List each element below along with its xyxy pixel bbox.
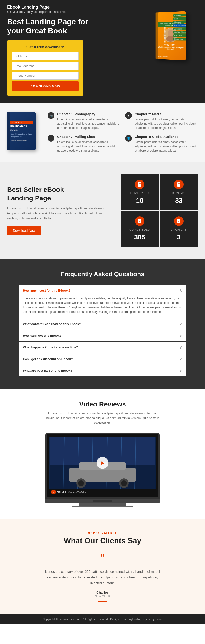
- fb-subtitle: Internet Marketing for Web Entrepreneurs: [10, 133, 33, 138]
- happy-label: HAPPY CLIENTS: [10, 531, 196, 534]
- laptop-wrapper: Professional Steam Car Wash... Watch lat…: [10, 433, 196, 507]
- stat-label-copies: COPIES SOLD: [130, 228, 150, 231]
- testimonial-heading: What Our Clients Say: [10, 536, 196, 545]
- faq-section: Frequently Asked Questions How much cost…: [0, 258, 205, 388]
- faq-question-6[interactable]: What are best part of this Ebook? ∨: [19, 365, 186, 376]
- svg-rect-3: [138, 182, 141, 186]
- phone-input[interactable]: [12, 72, 79, 80]
- stat-icon-reviews: [174, 180, 184, 189]
- faq-item-6: What are best part of this Ebook? ∨: [19, 365, 186, 376]
- stat-box-chapters: CHAPTERS 3: [160, 211, 198, 246]
- feature-item-3: ☰ Chapter 3: Mailing Lists Lorem ipsum d…: [48, 135, 120, 153]
- feature-title-1: Chapter 1: Photography: [57, 112, 120, 116]
- laptop-notch: [93, 500, 112, 502]
- laptop: Professional Steam Car Wash... Watch lat…: [45, 433, 160, 507]
- fullname-input[interactable]: [12, 52, 79, 60]
- faq-question-2[interactable]: What content I can read on this Ebook? ∨: [19, 318, 186, 330]
- svg-rect-11: [138, 219, 141, 223]
- stat-label-pages: TOTAL PAGES: [130, 192, 150, 194]
- video-section: Video Reviews Lorem ipsum dolor sit amet…: [0, 388, 205, 519]
- svg-point-1: [168, 30, 173, 36]
- features-grid: 📷 Chapter 1: Photography Lorem ipsum dol…: [48, 112, 198, 153]
- fb-author: Author: Warren Wooden: [10, 140, 33, 142]
- fb-tag: E-Business: [10, 121, 33, 124]
- laptop-base: [45, 499, 160, 504]
- hero-section: Ebook Landing Page Get your copy today a…: [0, 0, 205, 103]
- video-description: Lorem ipsum dolor sit amet, consectetur …: [43, 411, 162, 426]
- footer: Copyright © domainname.com. All Rights R…: [0, 614, 205, 624]
- book-badges: Effective Safe Historical Chinese Herbs …: [173, 14, 186, 40]
- stats-grid: TOTAL PAGES 10 REVIEWS 33 COPIES SOLD 30…: [120, 174, 198, 246]
- stats-description: Lorem ipsum dolor sit amet, consectetur …: [7, 206, 111, 221]
- faq-list: How much cost for this E-book? ∧ There a…: [19, 285, 186, 376]
- stat-label-reviews: REVIEWS: [172, 192, 186, 194]
- stat-icon-copies: [135, 216, 144, 226]
- form-heading: Get a free download!: [12, 45, 79, 49]
- stat-value-reviews: 33: [175, 197, 182, 204]
- book-subtitle: THE TRUTH What the doctors don't want yo…: [158, 43, 184, 50]
- testimonial-text: It uses a dictionary of over 200 Latin w…: [43, 569, 162, 586]
- download-now-button[interactable]: DOWNLOAD NOW: [12, 82, 79, 91]
- faq-item-2: What content I can read on this Ebook? ∨: [19, 318, 186, 330]
- feature-desc-3: Lorem ipsum dolor sit amet, consectetur …: [57, 140, 120, 153]
- stat-box-copies: COPIES SOLD 305: [120, 211, 159, 246]
- feature-desc-4: Lorem ipsum dolor sit amet, consectetur …: [135, 140, 198, 153]
- youtube-label: YouTube: [56, 490, 66, 493]
- faq-chevron-4: ∨: [179, 345, 182, 350]
- stat-icon-chapters: [174, 216, 184, 226]
- faq-answer-1: There are many variations of passages of…: [19, 296, 186, 318]
- laptop-stand: [79, 504, 126, 506]
- footer-text: Copyright © domainname.com. All Rights R…: [43, 618, 162, 621]
- book-cover: CHINESE HERBS The Book You've All Been W…: [155, 12, 193, 64]
- faq-question-1[interactable]: How much cost for this E-book? ∧: [19, 285, 186, 296]
- stat-icon-pages: [135, 180, 144, 189]
- book-3d: CHINESE HERBS The Book You've All Been W…: [156, 11, 186, 60]
- feature-title-4: Chapter 4: Global Audience: [135, 135, 198, 139]
- feature-desc-1: Lorem ipsum dolor sit amet, consectetur …: [57, 117, 120, 130]
- hero-right: CHINESE HERBS The Book You've All Been W…: [150, 5, 198, 64]
- faq-question-3[interactable]: How can I get this Ebook? ∨: [19, 330, 186, 341]
- globe-icon: 🌐: [125, 135, 132, 142]
- faq-question-5[interactable]: Can I get any discount on Ebook? ∨: [19, 353, 186, 364]
- hero-form-box: Get a free download! DOWNLOAD NOW: [7, 40, 84, 96]
- stats-heading: Best Seller eBook Landing Page: [7, 185, 111, 203]
- faq-chevron-1: ∧: [179, 288, 182, 293]
- faq-chevron-3: ∨: [179, 333, 182, 338]
- video-yt-bar: ▶ YouTube Watch on YouTube: [49, 489, 156, 495]
- feature-title-3: Chapter 3: Mailing Lists: [57, 135, 120, 139]
- testimonial-divider: [98, 601, 107, 602]
- stat-value-chapters: 3: [177, 234, 181, 241]
- faq-item-3: How can I get this Ebook? ∨: [19, 330, 186, 341]
- stats-section: Best Seller eBook Landing Page Lorem ips…: [0, 162, 205, 258]
- stat-value-pages: 10: [136, 197, 143, 204]
- svg-point-30: [78, 480, 84, 486]
- faq-item-5: Can I get any discount on Ebook? ∨: [19, 353, 186, 364]
- faq-heading: Frequently Asked Questions: [10, 270, 196, 278]
- youtube-logo: ▶ YouTube: [52, 490, 66, 494]
- faq-chevron-5: ∨: [179, 357, 182, 361]
- video-thumbnail: Professional Steam Car Wash... Watch lat…: [49, 437, 156, 489]
- hero-left: Ebook Landing Page Get your copy today a…: [7, 5, 146, 96]
- testimonial-section: HAPPY CLIENTS What Our Clients Say " It …: [0, 519, 205, 614]
- testimonial-author: Charles: [10, 591, 196, 594]
- feature-item-4: 🌐 Chapter 4: Global Audience Lorem ipsum…: [125, 135, 198, 153]
- media-icon: ▶: [125, 112, 132, 119]
- hero-tag: Ebook Landing Page Get your copy today a…: [7, 5, 146, 14]
- faq-question-4[interactable]: What happens if it not come on time? ∨: [19, 342, 186, 353]
- watch-on-label: Watch on YouTube: [68, 491, 86, 493]
- features-book: E-Business The Insider's EDGE Internet M…: [7, 112, 40, 150]
- email-input[interactable]: [12, 62, 79, 70]
- features-book-img: E-Business The Insider's EDGE Internet M…: [7, 112, 36, 150]
- svg-rect-15: [177, 219, 180, 223]
- features-section: E-Business The Insider's EDGE Internet M…: [0, 103, 205, 162]
- stat-box-reviews: REVIEWS 33: [160, 174, 198, 210]
- stat-label-chapters: CHAPTERS: [171, 228, 187, 231]
- faq-item-1: How much cost for this E-book? ∧ There a…: [19, 285, 186, 318]
- laptop-screen: Professional Steam Car Wash... Watch lat…: [45, 433, 160, 499]
- video-play-button[interactable]: [96, 457, 108, 469]
- stats-download-button[interactable]: Download Now: [7, 226, 41, 236]
- hero-title: Best Landing Page for your Great Book: [7, 17, 146, 36]
- laptop-foot: [72, 506, 134, 507]
- feature-item-1: 📷 Chapter 1: Photography Lorem ipsum dol…: [48, 112, 120, 130]
- faq-chevron-6: ∨: [179, 368, 182, 373]
